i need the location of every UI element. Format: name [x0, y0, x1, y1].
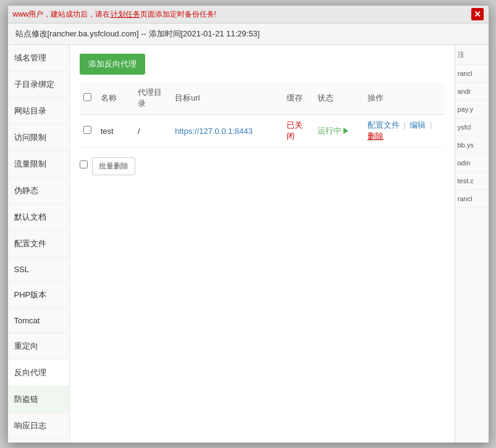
sidebar-item-domain[interactable]: 域名管理 [8, 45, 69, 72]
row-checkbox-cell [80, 115, 97, 147]
row-cache: 已关闭 [283, 115, 314, 147]
header-name: 名称 [97, 82, 134, 115]
right-panel-item: test.c [455, 172, 489, 190]
batch-select-checkbox[interactable] [80, 160, 88, 168]
close-button[interactable]: ✕ [471, 8, 484, 20]
sidebar-item-subdir[interactable]: 子目录绑定 [8, 72, 69, 98]
header-status: 状态 [314, 82, 363, 115]
row-actions: 配置文件 | 编辑 | 删除 [364, 115, 445, 147]
config-file-link[interactable]: 配置文件 [368, 120, 400, 130]
sidebar-item-php[interactable]: PHP版本 [8, 282, 69, 309]
sidebar-item-redirect[interactable]: 重定向 [8, 333, 69, 360]
header-checkbox [80, 82, 97, 115]
row-proxy-dir: / [134, 115, 171, 147]
top-bar-notice: www用户，建站成功后，请在计划任务页面添加定时备份任务! [13, 9, 471, 20]
target-url-link[interactable]: https://127.0.0.1:8443 [175, 127, 253, 136]
right-panel: 注 rancl andr pay.y ysfcl bb.ys odin test… [455, 45, 489, 442]
sidebar-item-ssl[interactable]: SSL [8, 257, 69, 282]
add-reverse-proxy-button[interactable]: 添加反向代理 [80, 54, 145, 75]
edit-link[interactable]: 编辑 [410, 120, 426, 130]
sidebar-item-config[interactable]: 配置文件 [8, 231, 69, 257]
sidebar-item-traffic[interactable]: 流量限制 [8, 151, 69, 178]
right-panel-item: rancl [455, 190, 489, 208]
row-status: 运行中 [314, 115, 363, 147]
sidebar-item-tomcat[interactable]: Tomcat [8, 309, 69, 333]
top-bar: www用户，建站成功后，请在计划任务页面添加定时备份任务! ✕ [8, 6, 489, 23]
action-sep-1: | [403, 120, 405, 130]
row-name: test [97, 115, 134, 147]
main-panel: 添加反向代理 名称 代理目录 目标url 缓存 状态 操作 [70, 45, 455, 442]
header-cache: 缓存 [283, 82, 314, 115]
right-panel-item: 注 [455, 45, 489, 65]
action-sep-2: | [430, 120, 432, 130]
cache-status-closed: 已关闭 [287, 120, 303, 141]
sidebar-item-pseudostatic[interactable]: 伪静态 [8, 178, 69, 204]
row-target-url: https://127.0.0.1:8443 [171, 115, 283, 147]
sidebar-item-access[interactable]: 访问限制 [8, 125, 69, 151]
batch-actions: 批量删除 [80, 152, 445, 175]
sidebar-item-log[interactable]: 响应日志 [8, 413, 69, 439]
table-header-row: 名称 代理目录 目标url 缓存 状态 操作 [80, 82, 445, 115]
header-proxy-dir: 代理目录 [134, 82, 171, 115]
sidebar-item-hotlink[interactable]: 防盗链 [8, 386, 69, 413]
row-checkbox[interactable] [83, 126, 91, 134]
site-title: 站点修改[rancher.ba.ysfcloud.com] -- 添加时间[20… [8, 23, 489, 45]
right-panel-item: pay.y [455, 101, 489, 118]
sidebar-item-defaultdoc[interactable]: 默认文档 [8, 204, 69, 231]
right-panel-item: bb.ys [455, 136, 489, 154]
sidebar-item-reverse-proxy[interactable]: 反向代理 [8, 360, 69, 386]
header-action: 操作 [364, 82, 445, 115]
select-all-checkbox[interactable] [83, 93, 91, 101]
right-panel-item: rancl [455, 65, 489, 83]
modal-window: www用户，建站成功后，请在计划任务页面添加定时备份任务! ✕ 站点修改[ran… [7, 5, 489, 443]
header-target-url: 目标url [171, 82, 283, 115]
sidebar-item-webroot[interactable]: 网站目录 [8, 98, 69, 125]
table-row: test / https://127.0.0.1:8443 已关闭 运行中 [80, 115, 445, 147]
content-area: 域名管理 子目录绑定 网站目录 访问限制 流量限制 伪静态 默认文档 配置文件 … [8, 45, 489, 442]
status-running: 运行中 [317, 125, 348, 136]
play-icon [343, 128, 348, 134]
proxy-table: 名称 代理目录 目标url 缓存 状态 操作 test / [80, 82, 445, 147]
delete-link[interactable]: 删除 [368, 131, 384, 141]
batch-delete-button[interactable]: 批量删除 [92, 157, 135, 175]
sidebar: 域名管理 子目录绑定 网站目录 访问限制 流量限制 伪静态 默认文档 配置文件 … [8, 45, 70, 442]
right-panel-item: andr [455, 83, 489, 101]
right-panel-item: ysfcl [455, 118, 489, 136]
plan-task-link[interactable]: 计划任务 [111, 10, 140, 19]
right-panel-item: odin [455, 154, 489, 172]
